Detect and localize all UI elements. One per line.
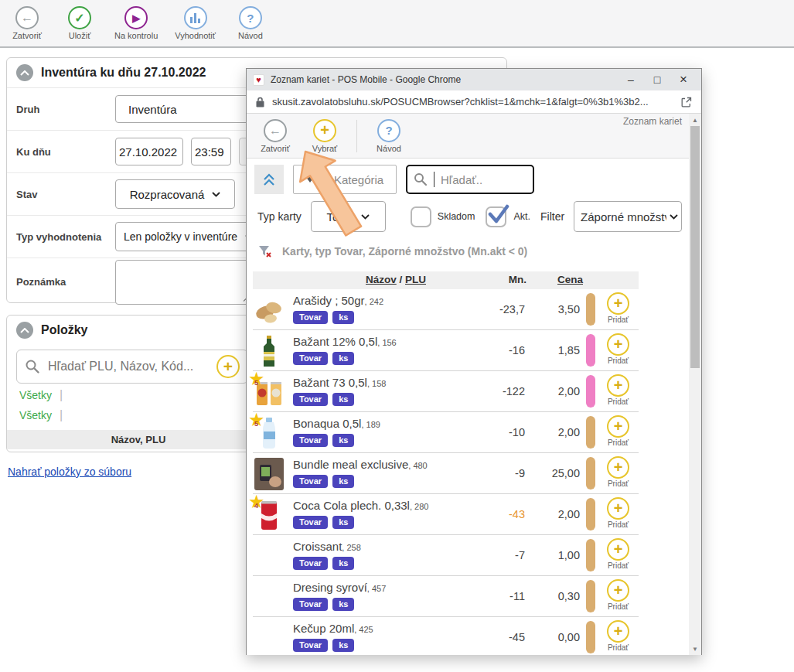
- quantity-value: -122: [503, 385, 525, 397]
- na-kontrolu-button[interactable]: ▶ Na kontrolu: [114, 6, 158, 40]
- badge-tovar: Tovar: [293, 639, 328, 652]
- close-button[interactable]: ×: [672, 70, 695, 89]
- card-row[interactable]: Bažant 12% 0,5l, 156 Tovarks -16 1,85 + …: [253, 330, 639, 371]
- scroll-up-icon[interactable]: ▲: [689, 114, 701, 125]
- column-cena[interactable]: Cena: [557, 274, 583, 285]
- beer-cans-photo: ★5: [254, 376, 284, 408]
- maximize-button[interactable]: □: [646, 70, 669, 89]
- polozky-search-input[interactable]: Hľadať PLU, Názov, Kód... +: [16, 350, 248, 384]
- filter-vsetky-link-2[interactable]: Všetky: [19, 409, 52, 421]
- search-icon: [25, 359, 40, 374]
- badge-tovar: Tovar: [293, 516, 328, 529]
- pridat-button[interactable]: + Pridať: [607, 538, 629, 570]
- druh-input[interactable]: [115, 95, 258, 123]
- cola-can-photo: ★4: [254, 499, 284, 531]
- back-arrow-icon: ←: [15, 6, 39, 29]
- pridat-button[interactable]: + Pridať: [607, 415, 629, 447]
- popup-search-input[interactable]: Hľadať..: [406, 165, 534, 194]
- badge-tovar: Tovar: [293, 434, 328, 447]
- akt-checkbox[interactable]: [486, 206, 506, 227]
- typ-vyhodnotenia-label: Typ vyhodnotenia: [16, 231, 115, 243]
- card-row[interactable]: ★5 Bažant 73 0,5l, 158 Tovarks -122 2,00…: [253, 371, 639, 412]
- date-input[interactable]: [115, 138, 183, 165]
- card-row[interactable]: Arašidy ; 50gr, 242 Tovarks -23,7 3,50 +…: [253, 289, 639, 330]
- column-mn[interactable]: Mn.: [509, 274, 526, 285]
- table-header: Názov / PLU Mn. Cena: [253, 271, 639, 289]
- poznamka-label: Poznámka: [16, 276, 115, 288]
- add-item-button[interactable]: +: [216, 355, 240, 378]
- plus-icon: +: [607, 538, 629, 561]
- filter-funnel-icon: [257, 244, 273, 259]
- filter-select[interactable]: Záporné množstvo: [574, 201, 682, 232]
- play-icon: ▶: [124, 6, 148, 29]
- price-value: 25,00: [552, 467, 580, 479]
- upload-items-link[interactable]: Nahrať položky zo súboru: [8, 466, 131, 478]
- open-in-new-icon[interactable]: [681, 97, 692, 107]
- category-dropdown-button[interactable]: [294, 165, 326, 193]
- card-row[interactable]: ★4 Coca Cola plech. 0,33l, 280 Tovarks -…: [253, 494, 639, 535]
- collapse-section-icon[interactable]: [16, 64, 33, 81]
- badge-tovar: Tovar: [293, 557, 328, 570]
- polozky-list-header: Názov, PLU: [7, 430, 270, 449]
- pridat-button[interactable]: + Pridať: [607, 579, 629, 611]
- badge-tovar: Tovar: [293, 475, 328, 488]
- popup-vybrat-button[interactable]: + Vybrať: [307, 119, 342, 153]
- pridat-button[interactable]: + Pridať: [607, 333, 629, 365]
- card-row[interactable]: Dresing syroví, 457 Tovarks -11 0,30 + P…: [253, 576, 639, 617]
- skladom-checkbox[interactable]: [411, 206, 431, 227]
- zatvorit-button[interactable]: ← Zatvoriť: [9, 6, 45, 40]
- plus-icon: +: [607, 620, 629, 643]
- popup-page: ← Zatvoriť + Vybrať ? Návod Zoznam karie…: [247, 114, 690, 655]
- stav-select[interactable]: Rozpracovaná: [115, 179, 235, 209]
- collapse-filters-button[interactable]: [254, 165, 284, 194]
- category-input[interactable]: Kategória: [326, 165, 396, 193]
- popup-zatvorit-button[interactable]: ← Zatvoriť: [257, 119, 293, 153]
- card-row[interactable]: Kečup 20ml, 425 Tovarks -45 0,00 + Prida…: [253, 617, 639, 655]
- stock-level-bar: [586, 334, 595, 367]
- card-row[interactable]: ★5 Bonaqua 0,5l, 189 Tovarks -10 2,00 + …: [253, 412, 639, 453]
- stock-level-bar: [586, 457, 595, 490]
- navod-button[interactable]: ? Návod: [233, 6, 268, 40]
- stock-level-bar: [586, 416, 595, 449]
- pridat-button[interactable]: + Pridať: [607, 620, 629, 652]
- minimize-button[interactable]: –: [619, 70, 642, 89]
- popup-urlbar[interactable]: skusit.zavolatobsluhu.sk/POSUCMBrowser?c…: [247, 90, 701, 114]
- price-value: 2,00: [558, 426, 580, 438]
- typ-vyhodnotenia-select[interactable]: Len položky v inventúre: [115, 222, 256, 251]
- scrollbar-thumb[interactable]: [690, 126, 700, 368]
- filter-vsetky-link-1[interactable]: Všetky: [19, 389, 52, 401]
- chevron-down-icon: [670, 214, 678, 220]
- filter-status-text: Karty, typ Tovar, Záporné množstvo (Mn.a…: [282, 245, 527, 258]
- druh-label: Druh: [16, 104, 115, 115]
- stock-level-bar: [586, 498, 595, 530]
- popup-window-title: Zoznam kariet - POS Mobile - Google Chro…: [271, 74, 613, 85]
- popup-titlebar[interactable]: ♥ Zoznam kariet - POS Mobile - Google Ch…: [247, 69, 701, 90]
- search-icon: [414, 172, 428, 186]
- badge-ks: ks: [332, 434, 354, 447]
- scroll-down-icon[interactable]: ▼: [689, 643, 701, 654]
- collapse-section-icon[interactable]: [16, 322, 33, 339]
- pos-mobile-favicon: ♥: [253, 74, 264, 86]
- typ-karty-select[interactable]: Tovar: [311, 201, 386, 232]
- quantity-value: -7: [515, 549, 525, 561]
- vyhodnotit-button[interactable]: Vyhodnotiť: [175, 6, 216, 40]
- popup-navod-button[interactable]: ? Návod: [371, 119, 407, 153]
- question-icon: ?: [377, 119, 400, 142]
- scrollbar[interactable]: ▲ ▼: [689, 114, 701, 655]
- pridat-button[interactable]: + Pridať: [607, 374, 629, 406]
- badge-ks: ks: [332, 311, 354, 324]
- card-row[interactable]: Bundle meal exclusive, 480 Tovarks -9 25…: [253, 453, 639, 494]
- pridat-button[interactable]: + Pridať: [607, 497, 629, 529]
- pridat-button[interactable]: + Pridať: [607, 292, 629, 324]
- poznamka-textarea[interactable]: [115, 260, 254, 305]
- badge-tovar: Tovar: [293, 311, 328, 324]
- card-row[interactable]: Croissant, 258 Tovarks -7 1,00 + Pridať: [253, 535, 639, 576]
- time-input[interactable]: [191, 138, 231, 165]
- price-value: 3,50: [558, 303, 580, 316]
- price-value: 0,00: [558, 631, 580, 643]
- column-nazov-plu[interactable]: Názov / PLU: [346, 274, 446, 285]
- lock-icon: [256, 97, 264, 107]
- pridat-button[interactable]: + Pridať: [607, 456, 629, 488]
- ku-dnu-label: Ku dňu: [16, 146, 115, 158]
- ulozit-button[interactable]: ✓ Uložiť: [62, 6, 97, 40]
